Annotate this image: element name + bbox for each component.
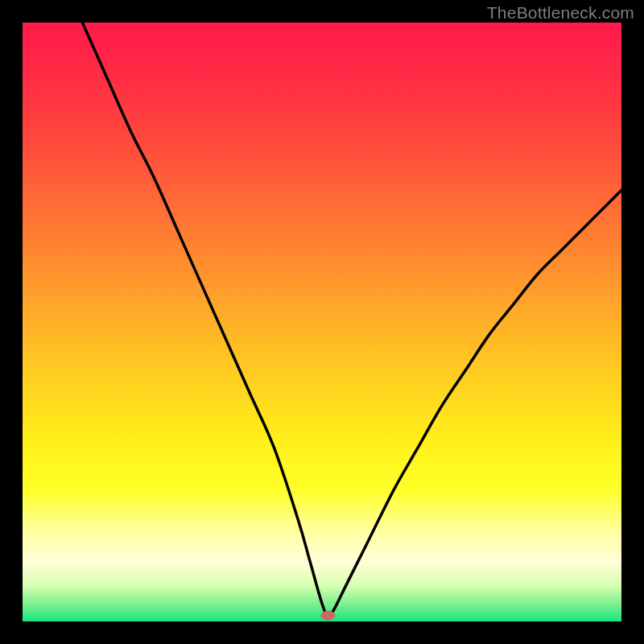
chart-frame: TheBottleneck.com xyxy=(0,0,644,644)
bottleneck-curve xyxy=(82,23,621,616)
plot-area xyxy=(23,23,621,621)
curve-layer xyxy=(23,23,621,621)
watermark-text: TheBottleneck.com xyxy=(487,3,634,23)
optimal-point-marker xyxy=(320,611,335,621)
